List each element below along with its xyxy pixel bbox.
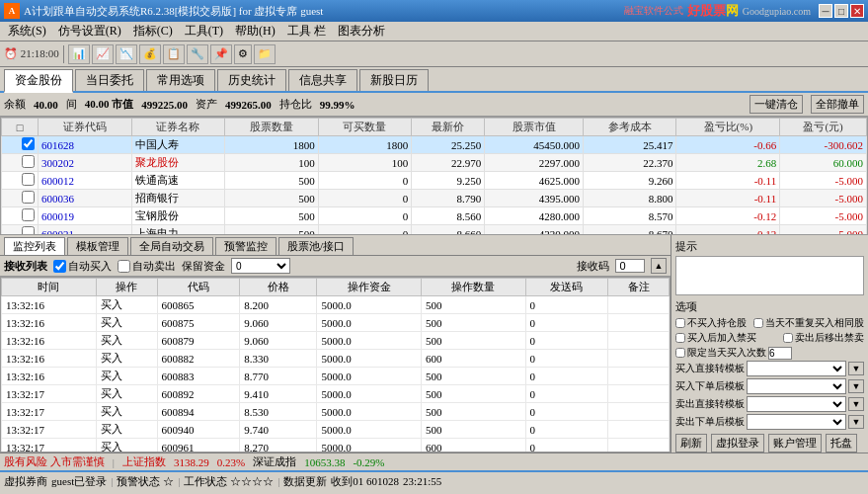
keep-cash-select[interactable]: 0 bbox=[231, 258, 290, 274]
sell-after-select[interactable] bbox=[747, 414, 846, 430]
col-code: 证券代码 bbox=[39, 119, 132, 136]
reception-table-row[interactable]: 13:32:16买入6008838.7705000.05000 bbox=[2, 368, 670, 385]
maximize-btn[interactable]: □ bbox=[834, 4, 848, 18]
login-label: guest已登录 bbox=[51, 474, 107, 489]
tab-history-stats[interactable]: 历史统计 bbox=[217, 69, 286, 91]
option-no-holding: 不买入持仓股 当天不重复买入相同股 bbox=[675, 316, 864, 330]
tab-daily-orders[interactable]: 当日委托 bbox=[75, 69, 144, 91]
account-mgr-btn[interactable]: 账户管理 bbox=[768, 434, 822, 453]
reception-code-up[interactable]: ▲ bbox=[651, 258, 667, 274]
opt-no-repeat-check[interactable] bbox=[753, 318, 763, 328]
cancel-all-btn[interactable]: 全部撤单 bbox=[811, 95, 864, 114]
tab-alert-monitor[interactable]: 预警监控 bbox=[215, 237, 276, 255]
sell-after-btn[interactable]: ▼ bbox=[848, 415, 864, 429]
reception-table-row[interactable]: 13:32:16买入6008799.0605000.05000 bbox=[2, 332, 670, 350]
toolbar-btn-1[interactable]: 📊 bbox=[68, 44, 90, 64]
tab-common-options[interactable]: 常用选项 bbox=[146, 69, 215, 91]
receive-label: 收到01 601028 bbox=[331, 474, 399, 489]
reception-code-input[interactable] bbox=[615, 259, 645, 273]
toolbar-btn-3[interactable]: 📉 bbox=[116, 44, 137, 64]
limit-buy-count[interactable] bbox=[768, 347, 792, 360]
toolbar: ⏰ 21:18:00 📊 📈 📉 💰 📋 🔧 📌 ⚙ 📁 bbox=[0, 41, 868, 67]
stock-table-row[interactable]: 601628 中国人寿 1800 1800 25.250 45450.000 2… bbox=[2, 136, 867, 154]
auto-buy-label[interactable]: 自动买入 bbox=[53, 259, 112, 274]
buy-after-label: 买入下单后模板 bbox=[675, 379, 745, 393]
menu-settings[interactable]: 仿号设置(R) bbox=[52, 21, 127, 41]
tab-capital-shares[interactable]: 资金股份 bbox=[4, 69, 73, 93]
reception-controls: 接收列表 自动买入 自动卖出 保留资金 0 接收码 ▲ bbox=[0, 256, 671, 277]
info-row: 余额 40.00 间 40.00 市值 499225.00 资产 499265.… bbox=[0, 93, 868, 117]
tab-global-auto[interactable]: 全局自动交易 bbox=[130, 237, 213, 255]
toolbar-btn-2[interactable]: 📈 bbox=[92, 44, 114, 64]
alert-status: 预警状态 ☆ bbox=[117, 474, 174, 489]
tab-new-stock[interactable]: 新股日历 bbox=[359, 69, 429, 91]
balance-label: 余额 bbox=[4, 97, 26, 112]
bottom-right: 提示 选项 不买入持仓股 当天不重复买入相同股 买入后加入禁买 卖出后移出禁卖 … bbox=[671, 235, 868, 453]
reception-table-row[interactable]: 13:32:17买入6009618.2705000.06000 bbox=[2, 439, 670, 453]
stock-table-row[interactable]: 600019 宝钢股份 500 0 8.560 4280.000 8.570 -… bbox=[2, 207, 867, 225]
toolbar-btn-5[interactable]: 📋 bbox=[163, 44, 185, 64]
rcol-fund: 操作资金 bbox=[317, 279, 422, 296]
rcol-time: 时间 bbox=[2, 279, 97, 296]
opt-no-holding-check[interactable] bbox=[675, 318, 685, 328]
main-tabs: 资金股份 当日委托 常用选项 历史统计 信息共享 新股日历 bbox=[0, 67, 868, 93]
col-price: 最新价 bbox=[412, 119, 485, 136]
menu-system[interactable]: 系统(S) bbox=[2, 21, 52, 41]
reception-code-label: 接收码 bbox=[577, 259, 609, 274]
reception-table-row[interactable]: 13:32:16买入6008658.2005000.05000 bbox=[2, 296, 670, 314]
reception-table-row[interactable]: 13:32:16买入6008828.3305000.06000 bbox=[2, 350, 670, 368]
clear-position-btn[interactable]: 一键清仓 bbox=[750, 95, 803, 114]
toolbar-btn-9[interactable]: 📁 bbox=[254, 44, 276, 64]
buy-direct-select[interactable] bbox=[747, 361, 846, 376]
reception-table-row[interactable]: 13:32:17买入6008929.4105000.05000 bbox=[2, 385, 670, 403]
stock-table-row[interactable]: 300202 聚龙股份 100 100 22.970 2297.000 22.3… bbox=[2, 154, 867, 172]
toolbar-btn-8[interactable]: ⚙ bbox=[234, 44, 252, 64]
toolbar-btn-4[interactable]: 💰 bbox=[139, 44, 161, 64]
opt-limit-buy-check[interactable] bbox=[675, 348, 685, 358]
tab-template-mgr[interactable]: 模板管理 bbox=[67, 237, 128, 255]
stock-table-row[interactable]: 600012 铁通高速 500 0 9.250 4625.000 9.260 -… bbox=[2, 172, 867, 190]
buy-direct-label: 买入直接转模板 bbox=[675, 362, 745, 375]
tab-info-share[interactable]: 信息共享 bbox=[288, 69, 357, 91]
stock-table-row[interactable]: 600036 招商银行 500 0 8.790 4395.000 8.800 -… bbox=[2, 190, 867, 207]
sell-direct-select[interactable] bbox=[747, 396, 846, 412]
opt-remove-ban-text: 卖出后移出禁卖 bbox=[795, 331, 864, 345]
virtual-login-btn[interactable]: 虚拟登录 bbox=[711, 434, 764, 453]
status-bar: 股有风险 入市需谨慎 | 上证指数 3138.29 0.23% 深证成指 106… bbox=[0, 453, 868, 470]
sell-direct-btn[interactable]: ▼ bbox=[848, 397, 864, 411]
close-btn[interactable]: ✕ bbox=[850, 4, 864, 18]
col-cost: 参考成本 bbox=[583, 119, 676, 136]
buy-after-btn[interactable]: ▼ bbox=[848, 379, 864, 393]
menu-tools[interactable]: 工具(T) bbox=[179, 21, 229, 41]
auto-sell-label[interactable]: 自动卖出 bbox=[118, 259, 176, 274]
toolbar-btn-7[interactable]: 📌 bbox=[210, 44, 232, 64]
refresh-btn[interactable]: 刷新 bbox=[675, 434, 707, 453]
opt-remove-ban-check[interactable] bbox=[783, 333, 793, 343]
auto-sell-checkbox[interactable] bbox=[118, 260, 130, 273]
menu-toolbar[interactable]: 工具 栏 bbox=[281, 21, 332, 41]
menu-chart[interactable]: 图表分析 bbox=[332, 21, 391, 41]
tab-monitor-list[interactable]: 监控列表 bbox=[4, 237, 65, 255]
reception-table-row[interactable]: 13:32:17买入6008948.5305000.05000 bbox=[2, 403, 670, 421]
menu-indicator[interactable]: 指标(C) bbox=[127, 21, 179, 41]
tab-stock-pool[interactable]: 股票池/接口 bbox=[278, 237, 354, 255]
menu-help[interactable]: 帮助(H) bbox=[229, 21, 281, 41]
reception-table-row[interactable]: 13:32:17买入6009409.7405000.05000 bbox=[2, 421, 670, 439]
reception-table: 时间 操作 代码 价格 操作资金 操作数量 发送码 备注 13:32:16买入6… bbox=[1, 278, 670, 453]
auto-buy-checkbox[interactable] bbox=[53, 260, 66, 273]
opt-add-ban-check[interactable] bbox=[675, 333, 685, 343]
stock-table-row[interactable]: 600021 上海电力 500 0 8.660 4330.000 8.670 -… bbox=[2, 225, 867, 236]
title-bar: A A计划跟单自动交易系统R6.2.38[模拟交易版] for 虚拟专席 gue… bbox=[0, 0, 868, 22]
reception-table-row[interactable]: 13:32:16买入6008759.0605000.05000 bbox=[2, 314, 670, 332]
hint-box bbox=[675, 256, 864, 295]
rcol-note: 备注 bbox=[608, 279, 670, 296]
unit-label: 间 bbox=[66, 97, 77, 112]
title-text: A计划跟单自动交易系统R6.2.38[模拟交易版] for 虚拟专席 guest bbox=[24, 4, 624, 19]
toolbar-btn-6[interactable]: 🔧 bbox=[187, 44, 208, 64]
minimize-btn[interactable]: ─ bbox=[819, 4, 832, 18]
buy-direct-btn[interactable]: ▼ bbox=[848, 362, 864, 375]
sh-value: 3138.29 bbox=[174, 456, 209, 468]
tray-btn[interactable]: 托盘 bbox=[826, 434, 857, 453]
buy-after-select[interactable] bbox=[747, 378, 846, 394]
reception-list-label: 接收列表 bbox=[4, 259, 47, 274]
